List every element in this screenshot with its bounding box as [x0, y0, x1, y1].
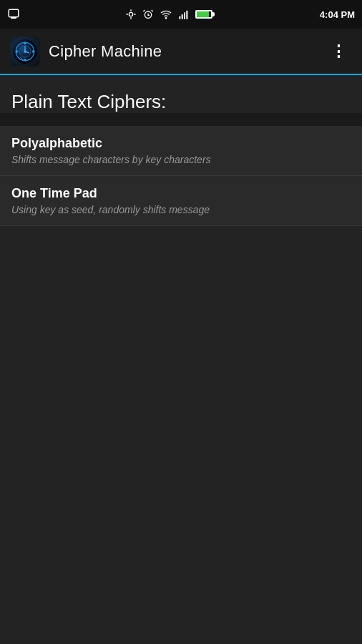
svg-point-10	[166, 18, 167, 19]
screenshot-icon	[7, 8, 20, 21]
svg-point-18	[24, 42, 26, 44]
status-bar: 4:04 PM	[0, 0, 362, 29]
cipher-item-polyalphabetic[interactable]: Polyalphabetic Shifts message characters…	[0, 126, 362, 176]
svg-point-2	[129, 12, 133, 16]
wifi-icon	[160, 9, 172, 20]
svg-rect-14	[187, 11, 188, 19]
overflow-menu-button[interactable]: ⋮	[326, 38, 352, 65]
app-title: Cipher Machine	[49, 42, 162, 61]
battery-icon	[195, 10, 212, 19]
cipher-item-onetimepad[interactable]: One Time Pad Using key as seed, randomly…	[0, 176, 362, 226]
status-center-icons	[125, 9, 214, 20]
app-logo-icon	[12, 39, 38, 64]
svg-line-8	[144, 10, 145, 11]
app-bar-left: Cipher Machine	[10, 36, 162, 67]
svg-point-20	[16, 50, 19, 53]
cipher-item-title-polyalphabetic: Polyalphabetic	[11, 136, 351, 151]
cipher-item-desc-polyalphabetic: Shifts message characters by key charact…	[11, 154, 351, 165]
app-icon	[10, 36, 40, 67]
gps-icon	[125, 9, 137, 20]
svg-point-24	[24, 50, 26, 53]
svg-rect-1	[11, 17, 16, 19]
svg-rect-12	[182, 14, 183, 19]
signal-icon	[178, 9, 190, 20]
app-bar: Cipher Machine ⋮	[0, 29, 362, 75]
cipher-item-title-onetimepad: One Time Pad	[11, 186, 351, 201]
svg-point-21	[32, 50, 35, 53]
svg-rect-0	[9, 9, 19, 17]
cipher-item-desc-onetimepad: Using key as seed, randomly shifts messa…	[11, 204, 351, 215]
svg-rect-11	[180, 16, 181, 19]
status-left-icons	[7, 8, 20, 21]
svg-rect-13	[184, 12, 185, 19]
svg-line-9	[152, 10, 153, 11]
status-time: 4:04 PM	[320, 9, 355, 20]
empty-area	[0, 226, 362, 644]
section-title: Plain Text Ciphers:	[11, 91, 351, 113]
main-content: Plain Text Ciphers:	[0, 75, 362, 113]
cipher-list: Polyalphabetic Shifts message characters…	[0, 126, 362, 226]
alarm-icon	[142, 9, 154, 20]
